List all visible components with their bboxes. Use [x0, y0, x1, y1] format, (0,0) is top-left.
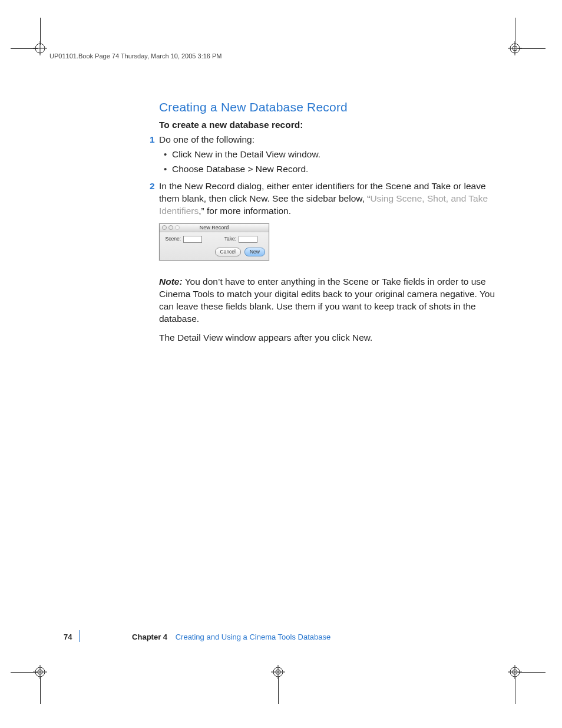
crop-line — [11, 48, 38, 49]
step-number: 2 — [150, 180, 155, 193]
page-footer: 74 Chapter 4 Creating and Using a Cinema… — [64, 632, 500, 643]
step-1-options: Click New in the Detail View window. Cho… — [159, 149, 501, 176]
new-button[interactable]: New — [244, 248, 265, 256]
minimize-icon[interactable] — [168, 225, 173, 230]
take-label: Take: — [220, 236, 236, 242]
crop-line — [40, 18, 41, 45]
dialog-title: New Record — [200, 225, 229, 230]
close-icon[interactable] — [162, 225, 167, 230]
crop-line — [278, 677, 279, 704]
section-heading: Creating a New Database Record — [159, 99, 501, 116]
crop-line — [11, 672, 38, 673]
step-1: 1 Do one of the following: Click New in … — [159, 134, 501, 176]
document-page: UP01101.Book Page 74 Thursday, March 10,… — [0, 0, 562, 728]
dialog-body: Scene: Take: — [160, 232, 269, 248]
scene-input[interactable] — [183, 236, 202, 243]
step-text: Do one of the following: — [159, 134, 254, 144]
crop-line — [40, 677, 41, 704]
chapter-label: Chapter 4 — [132, 633, 167, 641]
step-number: 1 — [150, 134, 155, 146]
scene-label: Scene: — [164, 236, 181, 242]
closing-paragraph: The Detail View window appears after you… — [159, 332, 501, 344]
page-number: 74 — [64, 633, 72, 641]
chapter-title: Creating and Using a Cinema Tools Databa… — [176, 633, 331, 641]
note-text: You don’t have to enter anything in the … — [159, 276, 495, 324]
dialog-button-row: Cancel New — [160, 248, 269, 260]
cancel-button[interactable]: Cancel — [215, 248, 241, 256]
crop-line — [518, 672, 546, 673]
dialog-fields-row: Scene: Take: — [164, 236, 264, 243]
note-label: Note: — [159, 276, 183, 286]
main-content: Creating a New Database Record To create… — [159, 99, 501, 351]
crop-line — [515, 18, 515, 45]
zoom-icon — [175, 225, 180, 230]
take-input[interactable] — [239, 236, 257, 243]
bullet-item: Choose Database > New Record. — [172, 163, 501, 176]
note-paragraph: Note: You don’t have to enter anything i… — [159, 276, 501, 325]
dialog-titlebar: New Record — [160, 224, 269, 232]
bullet-item: Click New in the Detail View window. — [172, 149, 501, 161]
new-record-dialog: New Record Scene: Take: Cancel New — [159, 223, 269, 261]
step-2: 2 In the New Record dialog, either enter… — [159, 180, 501, 218]
crop-line — [518, 48, 546, 49]
crop-line — [515, 677, 515, 704]
procedure-lead: To create a new database record: — [159, 119, 501, 131]
running-header: UP01101.Book Page 74 Thursday, March 10,… — [49, 52, 222, 61]
step-text-post: ,” for more information. — [199, 206, 291, 216]
